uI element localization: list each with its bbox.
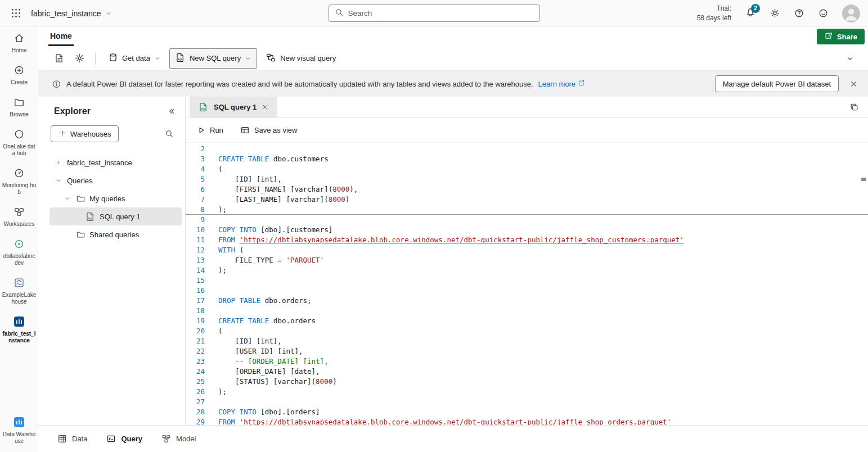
- code-text: );: [205, 205, 227, 215]
- tab-home[interactable]: Home: [48, 27, 74, 46]
- save-as-view-button[interactable]: Save as view: [235, 122, 303, 138]
- nav-rail: HomeCreateBrowseOneLake data hubMonitori…: [0, 27, 38, 452]
- sidebar-item-fabric-test-instance[interactable]: fabric_test_instance: [0, 310, 38, 349]
- code-text: );: [205, 265, 227, 275]
- code-line: 9: [186, 215, 868, 225]
- line-number: 14: [186, 265, 205, 275]
- sidebar-item-label: OneLake data hub: [2, 143, 37, 157]
- tree-item-queries[interactable]: Queries: [50, 171, 182, 189]
- code-text: [STATUS] [varchar](8000): [205, 377, 337, 387]
- feedback-button[interactable]: [818, 8, 829, 19]
- sidebar-item-onelake-data-hub[interactable]: OneLake data hub: [0, 123, 38, 162]
- notification-badge: 2: [751, 4, 760, 13]
- share-button[interactable]: Share: [817, 29, 865, 44]
- code-line: 26);: [186, 387, 868, 397]
- settings-button[interactable]: [770, 8, 780, 19]
- sidebar-item-create[interactable]: Create: [0, 59, 38, 91]
- code-text: [205, 306, 218, 316]
- close-tab-icon[interactable]: [262, 103, 269, 111]
- code-text: [205, 286, 218, 296]
- info-banner: A default Power BI dataset for faster re…: [38, 71, 868, 97]
- settings-gear-button[interactable]: [71, 50, 88, 67]
- code-text: (: [205, 326, 223, 336]
- svg-text:SQL: SQL: [178, 58, 183, 61]
- sql-query-icon: SQL: [175, 52, 186, 65]
- sidebar-item-dbtlabsfabricdev[interactable]: dbtlabsfabricdev: [0, 233, 38, 272]
- code-text: [LAST_NAME] [varchar](8000): [205, 195, 349, 205]
- code-line: 27: [186, 397, 868, 407]
- code-editor[interactable]: 23CREATE TABLE dbo.customers4(5 [ID] [in…: [186, 143, 868, 425]
- data-warehouse-icon: [13, 416, 25, 428]
- fabric-app-window: fabric_test_instance Trial: 58 days left…: [0, 0, 868, 452]
- chevron-down-icon[interactable]: [63, 195, 72, 202]
- query-tab-label: SQL query 1: [214, 103, 257, 111]
- warehouses-button[interactable]: Warehouses: [51, 125, 119, 142]
- line-number: 19: [186, 316, 205, 326]
- trial-status: Trial: 58 days left: [697, 4, 731, 22]
- workspace-switcher[interactable]: fabric_test_instance: [31, 9, 112, 18]
- sidebar-item-examplelakehouse[interactable]: ExampleLakehouse: [0, 272, 38, 310]
- app-title: fabric_test_instance: [31, 9, 101, 18]
- code-text: COPY INTO [dbo].[customers]: [205, 225, 332, 235]
- ribbon-tab-row: Home Share: [38, 27, 868, 46]
- account-avatar[interactable]: [842, 4, 860, 22]
- search-box[interactable]: [329, 4, 540, 22]
- close-banner-icon[interactable]: [849, 80, 858, 88]
- warehouses-label: Warehouses: [70, 130, 111, 138]
- svg-text:SQL: SQL: [201, 107, 206, 110]
- sql-file-icon: SQL: [198, 102, 209, 112]
- code-line: 6 [FIRST_NAME] [varchar](8000),: [186, 184, 868, 195]
- code-text: [205, 397, 218, 407]
- line-number: 4: [186, 164, 205, 174]
- bottom-tab-label: Data: [72, 435, 87, 443]
- learn-more-link[interactable]: Learn more: [538, 79, 585, 88]
- new-sql-query-button[interactable]: SQL New SQL query: [169, 48, 257, 69]
- code-line: 24 [ORDER_DATE] [date],: [186, 367, 868, 377]
- sidebar-item-home[interactable]: Home: [0, 27, 38, 59]
- code-line: 12WITH (: [186, 245, 868, 255]
- get-data-button[interactable]: Get data: [103, 49, 166, 67]
- chevron-down-icon[interactable]: [54, 177, 63, 184]
- line-number: 23: [186, 356, 205, 367]
- collapse-panel-icon[interactable]: [167, 107, 176, 116]
- editor-tabstrip: SQL SQL query 1: [186, 97, 868, 118]
- query-tab[interactable]: SQL SQL query 1: [190, 97, 277, 118]
- tree-item-sql-query-1[interactable]: SQLSQL query 1: [50, 207, 182, 225]
- code-line: 4(: [186, 164, 868, 174]
- run-button[interactable]: Run: [191, 123, 229, 138]
- code-line: 25 [STATUS] [varchar](8000): [186, 377, 868, 387]
- bottom-tab-data[interactable]: Data: [57, 434, 87, 444]
- new-item-button[interactable]: [51, 50, 68, 67]
- tree-item-fabric-test-instance[interactable]: fabric_test_instance: [50, 153, 182, 171]
- bottom-tab-query[interactable]: Query: [106, 434, 142, 444]
- run-icon: [197, 126, 205, 134]
- collapse-ribbon-button[interactable]: [845, 54, 854, 63]
- tab-home-label: Home: [50, 31, 72, 40]
- line-number: 7: [186, 195, 205, 205]
- tree-item-my-queries[interactable]: My queries: [50, 189, 182, 207]
- app-launcher-icon[interactable]: [11, 8, 21, 18]
- line-number: 9: [186, 215, 205, 225]
- help-button[interactable]: [794, 8, 804, 19]
- code-text: -- [ORDER_DATE] [int],: [205, 356, 329, 367]
- notifications-button[interactable]: 2: [745, 7, 756, 20]
- new-visual-query-button[interactable]: New visual query: [260, 49, 341, 68]
- sidebar-item-workspaces[interactable]: Workspaces: [0, 201, 38, 233]
- copy-icon[interactable]: [849, 102, 859, 112]
- tree-item-shared-queries[interactable]: Shared queries: [50, 225, 182, 243]
- code-text: FILE_TYPE = 'PARQUET': [205, 255, 324, 265]
- search-input[interactable]: [348, 9, 534, 17]
- chevron-down-icon: [154, 55, 161, 62]
- code-line: 11FROM 'https://dbtlabsynapsedatalake.bl…: [186, 235, 868, 245]
- manage-dataset-button[interactable]: Manage default Power BI dataset: [715, 75, 839, 92]
- sidebar-item-label: Create: [2, 79, 37, 86]
- line-number: 15: [186, 275, 205, 286]
- bottom-tab-model[interactable]: Model: [161, 434, 196, 444]
- sidebar-item-monitoring-hub[interactable]: Monitoring hub: [0, 162, 38, 201]
- explorer-header: Explorer: [38, 97, 185, 122]
- data-grid-icon: [57, 434, 67, 444]
- sidebar-item-data-warehouse[interactable]: Data Warehouse: [0, 411, 38, 450]
- chevron-right-icon[interactable]: [54, 159, 63, 166]
- explorer-search-icon[interactable]: [165, 129, 174, 138]
- sidebar-item-browse[interactable]: Browse: [0, 91, 38, 123]
